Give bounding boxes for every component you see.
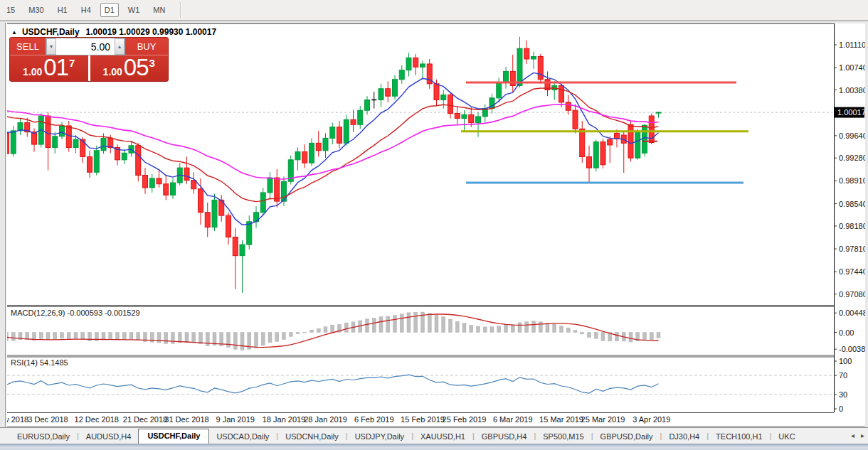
timeframe-button-h1[interactable]: H1 xyxy=(53,3,72,17)
chart-tab-sp500-m15[interactable]: SP500,M15 xyxy=(536,430,591,444)
chart-tab-audusd-h4[interactable]: AUDUSD,H4 xyxy=(79,430,139,444)
price-axis-label: 0.98910 xyxy=(839,176,865,185)
candle xyxy=(309,138,314,166)
chart-tab-usdcad-daily[interactable]: USDCAD,Daily xyxy=(209,430,276,444)
chart-tab-usdchf-daily[interactable]: USDCHF,Daily xyxy=(138,429,209,444)
sell-price-display[interactable]: 1.00017 xyxy=(10,55,88,81)
chart-tab-usdjpy-daily[interactable]: USDJPY,Daily xyxy=(348,430,412,444)
sell-price-main: 1.00 xyxy=(23,66,42,77)
candle xyxy=(171,178,176,199)
buy-price-pip-digit: 3 xyxy=(149,57,155,69)
scroll-tabs-right-icon[interactable]: ▸ xyxy=(861,432,864,439)
current-price-tag: 1.00017 xyxy=(835,107,865,118)
candle xyxy=(559,84,564,107)
candle xyxy=(642,124,647,156)
candle xyxy=(164,176,169,200)
macd-axis-label: -0.003883 xyxy=(839,345,865,353)
candle xyxy=(46,112,51,171)
toolbar-separator xyxy=(180,2,181,18)
chart-tab-dj30-h4[interactable]: DJ30,H4 xyxy=(662,430,706,444)
price-axis-label: 0.97440 xyxy=(839,267,865,276)
candle xyxy=(53,132,58,154)
candle xyxy=(635,129,640,160)
date-axis-label: 15 Feb 2019 xyxy=(401,415,445,424)
one-click-trading-panel: SELL ▼ ▲ BUY 1.00017 1.00053 xyxy=(9,37,169,82)
buy-button[interactable]: BUY xyxy=(125,38,168,55)
date-axis-label: 6 Mar 2019 xyxy=(493,415,533,424)
sell-price-big-digits: 01 xyxy=(43,57,68,78)
candle xyxy=(455,106,460,124)
price-axis-label: 1.00380 xyxy=(839,86,865,95)
candle xyxy=(115,144,120,166)
candle xyxy=(32,128,37,151)
timeframe-button-15[interactable]: 15 xyxy=(2,3,19,17)
sell-button[interactable]: SELL xyxy=(10,38,46,55)
candle xyxy=(621,132,626,173)
candle xyxy=(11,126,16,157)
date-axis[interactable]: 23 Nov 20183 Dec 201812 Dec 201821 Dec 2… xyxy=(7,415,670,424)
volume-increase-button[interactable]: ▲ xyxy=(115,38,125,55)
chart-tab-eurusd-daily[interactable]: EURUSD,Daily xyxy=(10,430,77,444)
chart-tab-usdcnh-daily[interactable]: USDCNH,Daily xyxy=(278,430,346,444)
candle xyxy=(600,139,605,168)
scroll-tabs-left-icon[interactable]: ◂ xyxy=(851,432,854,439)
date-axis-label: 25 Mar 2019 xyxy=(581,415,625,424)
candle xyxy=(226,213,231,245)
candle xyxy=(379,84,383,107)
date-axis-label: 12 Dec 2018 xyxy=(75,415,119,424)
volume-decrease-button[interactable]: ▼ xyxy=(46,38,56,55)
chart-tab-bar: EURUSD,Daily|AUDUSD,H4USDCHF,DailyUSDCAD… xyxy=(0,427,868,444)
candle xyxy=(593,139,598,171)
candle xyxy=(136,143,141,181)
price-axis[interactable]: 1.011101.007401.003800.996400.992800.989… xyxy=(834,41,865,299)
indicator-axes[interactable]: 0.0044870.00-0.00388310070300 xyxy=(834,309,865,413)
candle xyxy=(365,96,370,114)
buy-price-big-digits: 05 xyxy=(124,57,149,78)
candle xyxy=(399,65,404,84)
candle xyxy=(177,163,182,185)
chart-tab-tech100-h1[interactable]: TECH100,H1 xyxy=(709,430,769,444)
candle xyxy=(628,121,633,161)
date-axis-label: 31 Dec 2018 xyxy=(164,415,208,424)
chart-title: ▲USDCHF,Daily1.00019 1.00029 0.99930 1.0… xyxy=(11,27,216,37)
timeframe-button-w1[interactable]: W1 xyxy=(124,3,144,17)
timeframe-button-group: 15M30H1H4D1W1MN xyxy=(2,3,174,17)
svg-text:1.00017: 1.00017 xyxy=(837,108,865,117)
candle xyxy=(184,156,189,183)
chart-tab-gbpusd-h4[interactable]: GBPUSD,H4 xyxy=(475,430,534,444)
candle xyxy=(191,172,196,193)
volume-input[interactable] xyxy=(56,38,115,55)
macd-histogram xyxy=(7,312,660,350)
date-axis-label: 23 Nov 2018 xyxy=(7,415,28,424)
candle xyxy=(275,169,280,208)
timeframe-button-m30[interactable]: M30 xyxy=(24,3,48,17)
chart-symbol-period: USDCHF,Daily xyxy=(22,27,80,37)
candle xyxy=(205,203,210,237)
window-bottom-edge xyxy=(0,444,868,450)
candle xyxy=(88,151,92,178)
candle xyxy=(337,121,342,148)
chart-canvas[interactable]: 1.011101.007401.003800.996400.992800.989… xyxy=(7,23,865,427)
candle xyxy=(538,54,543,84)
chart-tab-xauusd-h1[interactable]: XAUUSD,H1 xyxy=(413,430,472,444)
candle xyxy=(268,172,272,200)
buy-price-main: 1.00 xyxy=(103,66,122,77)
candle xyxy=(587,146,592,183)
candle xyxy=(552,81,557,100)
window-left-border xyxy=(5,23,6,427)
chart-tab-ukc[interactable]: UKC xyxy=(771,430,802,444)
candle xyxy=(371,92,376,108)
timeframe-button-d1[interactable]: D1 xyxy=(100,3,119,17)
chart-tab-gbpusd-daily[interactable]: GBPUSD,Daily xyxy=(593,430,660,444)
candle xyxy=(524,41,529,64)
candle xyxy=(18,119,23,135)
price-axis-label: 0.97080 xyxy=(839,290,865,299)
buy-price-display[interactable]: 1.00053 xyxy=(90,55,169,81)
rsi-axis-label: 100 xyxy=(839,357,852,365)
timeframe-button-h4[interactable]: H4 xyxy=(77,3,95,17)
candle xyxy=(531,52,536,69)
collapse-chart-icon[interactable]: ▲ xyxy=(11,29,17,36)
timeframe-button-mn[interactable]: MN xyxy=(149,3,169,17)
candle xyxy=(608,136,613,163)
candle xyxy=(254,206,259,227)
